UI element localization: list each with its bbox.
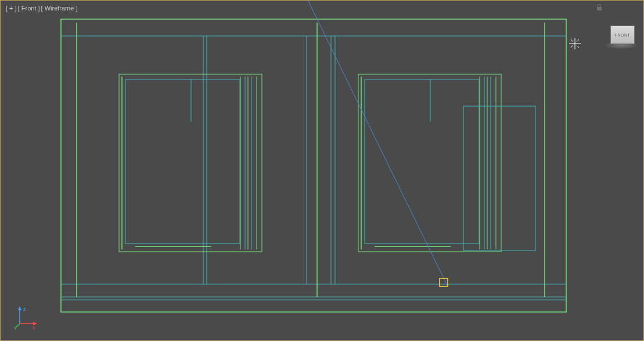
swing-panel[interactable] [463,106,535,251]
axis-y-label: y [14,325,17,329]
svg-marker-1 [18,306,21,310]
wireframe-canvas[interactable] [0,0,644,341]
window-left-inner[interactable] [125,79,240,244]
axis-z-label: z [23,306,26,312]
window-right-inner[interactable] [365,79,479,244]
camera-cone-edge[interactable] [308,0,447,285]
camera-target[interactable] [440,278,448,286]
axis-x-label: x [33,325,35,329]
axis-triad[interactable]: z x y [14,306,37,329]
